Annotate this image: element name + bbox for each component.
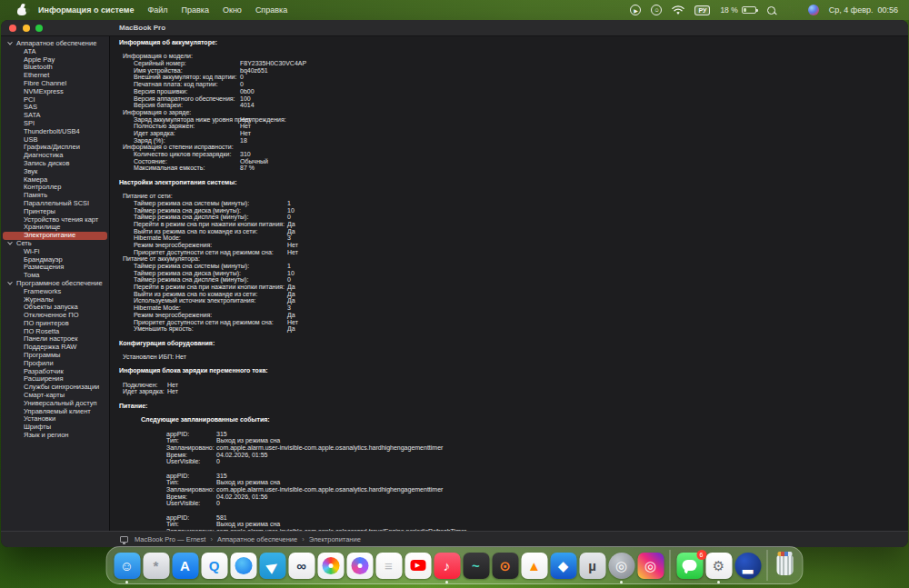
content-line: Режим энергосбережения:Нет [110,242,908,249]
dock-blue-round-app-icon[interactable]: ▂ [734,553,761,579]
dock-youtube-icon[interactable]: ▶ [405,553,431,579]
battery-fill [744,8,746,12]
window-title-bar[interactable]: MacBook Pro [1,20,908,36]
close-button[interactable] [9,25,16,32]
dock-messages-icon[interactable]: 6 [676,553,703,579]
menu-item[interactable]: Справка [255,5,287,15]
breadcrumb-item[interactable]: Аппаратное обеспечение [217,535,297,543]
content-line: Настройки электропитания системы: [110,179,908,186]
content-line: Hibernate Mode:3 [110,234,908,242]
quicktime-glyph: Q [209,559,220,573]
sidebar-item-Thunderbolt/USB4[interactable]: Thunderbolt/USB4 [1,128,109,136]
sidebar-item-SAS[interactable]: SAS [1,104,109,112]
menu-app-name[interactable]: Информация о системе [38,5,134,15]
breadcrumb-separator: › [210,535,213,543]
sidebar-item-Frameworks[interactable]: Frameworks [1,288,109,296]
minimize-button[interactable] [23,25,30,32]
dock-photos-icon[interactable] [317,553,344,579]
dock-copilot-icon[interactable] [346,553,373,579]
content-line: Тип:Выход из режима сна [110,479,908,486]
blank-line [110,507,908,514]
breadcrumb: MacBook Pro — Ernest›Аппаратное обеспече… [135,535,361,543]
blank-line [110,346,908,354]
sidebar: Аппаратное обеспечениеATAApple PayBlueto… [1,36,110,531]
sidebar-item-Программы[interactable]: Программы [1,352,109,360]
sidebar-item-Apple Pay[interactable]: Apple Pay [1,56,109,65]
dock-notes-icon[interactable]: ≡ [375,553,402,579]
notes-glyph: ≡ [385,559,393,573]
dock-activity-monitor-icon[interactable]: ~ [463,553,489,579]
sidebar-item-Контроллер[interactable]: Контроллер [1,184,109,192]
dock-bluestacks-icon[interactable]: ◆ [550,553,576,579]
sidebar-item-Размещения[interactable]: Размещения [1,264,109,272]
content-line: Версия батареи:4014 [110,102,908,109]
instagram-glyph: ◎ [644,559,656,573]
content-line: Запланировано:com.apple.alarm.user-invis… [110,444,908,452]
apple-music-glyph: ♪ [444,559,451,573]
search-icon[interactable] [766,5,776,15]
battery-icon[interactable] [742,6,756,14]
sidebar-item-PCI[interactable]: PCI [1,96,109,105]
dock-apple-music-icon[interactable]: ♪ [434,553,460,579]
control-center-icon[interactable] [786,5,798,15]
utorrent-glyph: µ [588,559,596,573]
menu-item[interactable]: Файл [147,5,167,15]
siri-orb-icon[interactable] [808,5,819,15]
dock-app-store-icon[interactable]: A [172,553,198,579]
user-menu-icon[interactable]: ☺ [651,5,662,15]
sidebar-item-Звук[interactable]: Звук [1,168,109,176]
sidebar-item-Язык и регион[interactable]: Язык и регион [1,432,109,440]
wifi-icon[interactable] [672,5,684,15]
breadcrumb-item: MacBook Pro — Ernest [135,535,205,543]
content-line: Перейти в режим сна при нажатии кнопки п… [110,284,908,291]
sidebar-item-ATA[interactable]: ATA [1,48,109,56]
menu-item[interactable]: Правка [182,5,209,15]
dock-vlc-icon[interactable]: ▲ [521,553,547,579]
sidebar-item-Bluetooth[interactable]: Bluetooth [1,64,109,72]
dock-trash-icon[interactable] [774,553,795,579]
screen-record-menu-icon[interactable]: ▶ [630,5,641,15]
dock-utorrent-icon[interactable]: µ [579,553,605,579]
sidebar-item-Установки[interactable]: Установки [1,415,109,424]
keyboard-layout-badge[interactable]: РУ [694,5,710,15]
content-line: Информация о заряде: [110,109,908,116]
sidebar-category[interactable]: Сеть [1,240,109,248]
dock-telegram-icon[interactable]: ▶ [259,553,285,579]
chevron-down-icon [7,280,13,285]
telegram-glyph: ▶ [264,557,280,574]
sidebar-item-Запись дисков[interactable]: Запись дисков [1,160,109,168]
breadcrumb-item[interactable]: Электропитание [309,535,361,543]
dock-binoculars-app-icon[interactable]: ∞ [288,553,315,579]
content-line: Заряд аккумулятора ниже уровня предупреж… [110,116,908,124]
breadcrumb-separator: › [302,535,305,543]
sidebar-item-SATA[interactable]: SATA [1,112,109,120]
binoculars-app-glyph: ∞ [296,559,306,573]
safari-disc [235,557,252,574]
content-line: Серийный номер:F8Y2335H0C30VC4AP [110,60,908,67]
play-icon: ▶ [410,560,425,571]
dock-separator [670,550,671,581]
dock-instagram-icon[interactable]: ◎ [637,553,664,579]
dock-finder-icon[interactable]: ☺ [114,553,140,579]
report-content[interactable]: Информация об аккумуляторе:Информация о … [110,36,908,531]
content-line: Запланировано:com.apple.alarm.user-invis… [110,528,908,531]
dock-pinwheel-utility-icon[interactable]: * [143,553,169,579]
content-line: Hibernate Mode:3 [110,304,908,312]
apple-menu-icon[interactable] [16,5,27,16]
zoom-button[interactable] [35,25,43,32]
dock-lamp-app-icon[interactable]: ⚙ [705,553,732,579]
dock-quicktime-icon[interactable]: Q [201,553,227,579]
content-line: Таймер режима сна дисплея (минуты):0 [110,214,908,221]
dock-blender-icon[interactable]: ⊙ [492,553,518,579]
finder-glyph: ☺ [120,559,134,573]
dock-safari-icon[interactable] [230,553,256,579]
running-indicator [620,581,623,583]
sidebar-item-NVMExpress[interactable]: NVMExpress [1,88,109,96]
dock-wheel-app-icon[interactable]: ◎ [608,553,634,579]
content-line: UserVisible:0 [110,458,908,465]
menu-bar-clock[interactable]: Ср, 4 февр. 00:56 [829,5,898,15]
vlc-glyph: ▲ [527,559,541,573]
menu-item[interactable]: Окно [223,5,242,15]
content-line: Установлен ИБП:Нет [110,354,908,361]
sidebar-category[interactable]: Аппаратное обеспечение [1,40,109,48]
